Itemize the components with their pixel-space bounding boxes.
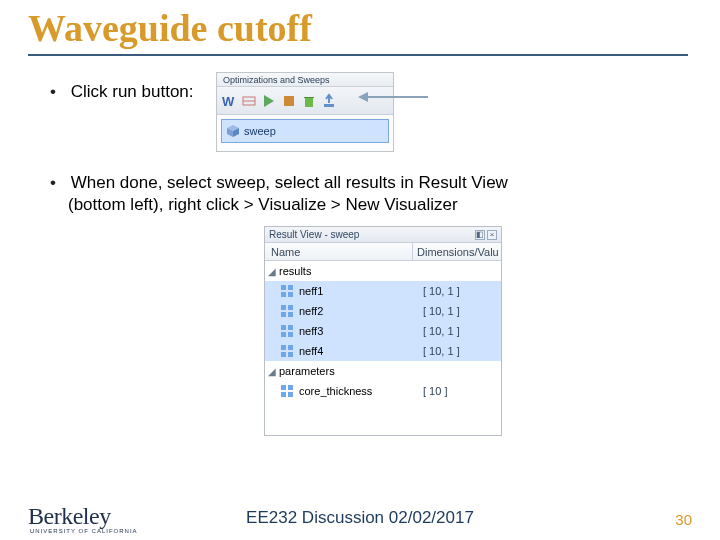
svg-rect-14 [288,305,293,310]
svg-rect-4 [284,96,294,106]
embedded-result-view-panel: Result View - sweep ◧ × Name Dimensions/… [264,226,502,436]
svg-rect-28 [288,392,293,397]
result-header-row: Name Dimensions/Valu [265,243,501,261]
svg-rect-13 [281,305,286,310]
result-view-title: Result View - sweep [269,229,359,240]
svg-rect-25 [281,385,286,390]
svg-rect-18 [288,325,293,330]
matrix-icon [279,383,295,399]
matrix-icon [279,303,295,319]
svg-rect-10 [288,285,293,290]
svg-rect-23 [281,352,286,357]
result-row-3[interactable]: neff3 [ 10, 1 ] [265,321,501,341]
param-row-name: core_thickness [299,385,419,397]
svg-rect-21 [281,345,286,350]
embedded-toolbar-panel: Optimizations and Sweeps W sweep [216,72,394,152]
result-row-3-name: neff3 [299,325,419,337]
svg-rect-26 [288,385,293,390]
stop-tool-icon[interactable] [281,93,297,109]
pointer-arrow [358,92,428,102]
svg-rect-24 [288,352,293,357]
footer-center-text: EE232 Discussion 02/02/2017 [0,508,720,528]
result-row-4-name: neff4 [299,345,419,357]
result-row-3-dims: [ 10, 1 ] [419,325,501,337]
export-tool-icon[interactable] [321,93,337,109]
dock-button[interactable]: ◧ [475,230,485,240]
title-underline [28,54,688,56]
result-row-2[interactable]: neff2 [ 10, 1 ] [265,301,501,321]
results-group-label: results [279,265,501,277]
matrix-icon [279,343,295,359]
collapse-icon[interactable]: ◢ [265,366,279,377]
svg-rect-12 [288,292,293,297]
result-row-4-dims: [ 10, 1 ] [419,345,501,357]
svg-rect-22 [288,345,293,350]
bullet-1: • Click run button: [50,82,194,102]
run-tool-icon[interactable] [261,93,277,109]
svg-rect-19 [281,332,286,337]
result-row-1[interactable]: neff1 [ 10, 1 ] [265,281,501,301]
collapse-icon[interactable]: ◢ [265,266,279,277]
tab-optimizations-sweeps[interactable]: Optimizations and Sweeps [217,73,393,87]
matrix-icon [279,283,295,299]
sweep-cube-icon [226,124,240,138]
param-row-dims: [ 10 ] [419,385,501,397]
close-button[interactable]: × [487,230,497,240]
result-row-2-dims: [ 10, 1 ] [419,305,501,317]
svg-rect-5 [324,104,334,107]
bullet-dot-icon: • [50,173,56,192]
sweep-row[interactable]: sweep [221,119,389,143]
sweep-row-label: sweep [244,125,276,137]
svg-rect-20 [288,332,293,337]
w-tool-icon[interactable]: W [221,93,237,109]
svg-rect-16 [288,312,293,317]
slide-number: 30 [675,511,692,528]
svg-rect-11 [281,292,286,297]
window-controls: ◧ × [475,230,497,240]
result-row-1-dims: [ 10, 1 ] [419,285,501,297]
arrow-line [368,96,428,98]
svg-marker-3 [264,95,274,107]
slide-title: Waveguide cutoff [28,6,312,50]
parameters-group[interactable]: ◢ parameters [265,361,501,381]
svg-rect-9 [281,285,286,290]
logo-sub-text: UNIVERSITY OF CALIFORNIA [28,528,138,534]
parameters-group-label: parameters [279,365,501,377]
svg-text:W: W [222,94,235,109]
column-name-header[interactable]: Name [265,243,413,260]
results-group[interactable]: ◢ results [265,261,501,281]
bullet-2-line-2: (bottom left), right click > Visualize >… [68,195,458,214]
arrow-left-icon [358,92,368,102]
svg-rect-15 [281,312,286,317]
param-row[interactable]: core_thickness [ 10 ] [265,381,501,401]
matrix-icon [279,323,295,339]
result-row-1-name: neff1 [299,285,419,297]
bullet-2-line-1: When done, select sweep, select all resu… [71,173,508,192]
delete-tool-icon[interactable] [301,93,317,109]
svg-rect-27 [281,392,286,397]
waveguide-tool-icon[interactable] [241,93,257,109]
bullet-dot-icon: • [50,82,56,101]
selected-results: neff1 [ 10, 1 ] neff2 [ 10, 1 ] neff3 [ … [265,281,501,361]
bullet-2: • When done, select sweep, select all re… [50,172,670,216]
result-row-2-name: neff2 [299,305,419,317]
column-dims-header[interactable]: Dimensions/Valu [413,243,501,260]
bullet-1-text: Click run button: [71,82,194,101]
svg-rect-17 [281,325,286,330]
result-row-4[interactable]: neff4 [ 10, 1 ] [265,341,501,361]
result-view-titlebar: Result View - sweep ◧ × [265,227,501,243]
